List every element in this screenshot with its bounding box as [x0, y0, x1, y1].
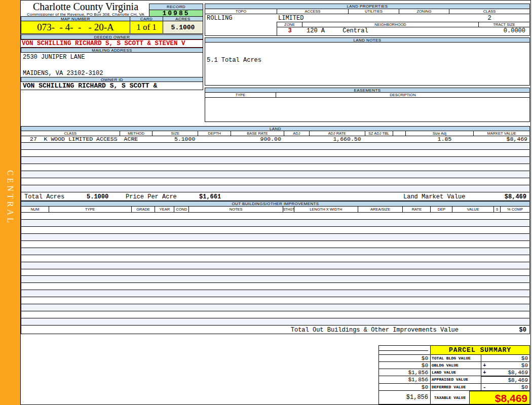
- empty-row: [21, 318, 529, 326]
- column-header: S: [494, 207, 501, 212]
- prior-deferred: $0: [379, 384, 431, 390]
- obldg-label: OBLDG VALUE: [431, 362, 481, 369]
- prior-land: $1,856: [379, 369, 431, 376]
- zone-label: ZONE: [277, 22, 302, 27]
- land-table-header: LAND: [21, 126, 530, 131]
- column-header: STHGT: [283, 207, 294, 212]
- column-header: METHOD: [120, 131, 153, 136]
- parcel-summary-title-row: PARCEL SUMMARY: [379, 346, 529, 355]
- total-bldg-label: TOTAL BLDG VALUE: [431, 355, 481, 361]
- prior-obldg: $0: [379, 362, 431, 369]
- column-header: ADJ RATE: [310, 131, 365, 136]
- acres-label: ACRES: [163, 16, 203, 21]
- appraised-label: APPRAISED VALUE: [431, 376, 481, 383]
- obldg-value: $0: [521, 362, 528, 369]
- prior-taxable: $1,856: [379, 391, 431, 404]
- record-box: RECORD 10985: [149, 4, 203, 17]
- land-notes-box: 5.1 Total Acres: [205, 43, 530, 86]
- land-blank: [393, 136, 405, 142]
- land-row: 27 K WOOD LIMITED ACCESS ACRE 5.1000 900…: [21, 136, 530, 143]
- land-market-value-total: $8,469: [505, 193, 526, 200]
- empty-row: [21, 241, 529, 248]
- total-acres-value: 5.1000: [87, 193, 108, 200]
- column-header: CLASS: [21, 131, 120, 136]
- map-number-section: MAP NUMBER 073- - 4- - - 20-A CARD 1 of …: [21, 16, 203, 34]
- column-header: NOTES: [189, 207, 283, 212]
- land-method: ACRE: [120, 136, 153, 142]
- column-header: ADJ: [284, 131, 310, 136]
- owner-id-label: OWNER ID: [21, 77, 203, 82]
- empty-row: [21, 171, 529, 178]
- appraised-value: $8,469: [508, 377, 528, 383]
- empty-row: [21, 150, 529, 157]
- topo-value: ROLLING: [207, 15, 232, 22]
- prior-total-bldg: $0: [379, 355, 431, 361]
- out-buildings-empty-rows: [21, 213, 530, 326]
- deeded-owner-label: DEEDED OWNER: [21, 34, 203, 39]
- class-value: 2: [449, 15, 529, 22]
- total-bldg-value: $0: [521, 355, 528, 361]
- empty-row: [21, 157, 529, 164]
- column-header: YEAR: [155, 207, 174, 212]
- easement-description-label: DESCRIPTION: [276, 93, 529, 97]
- total-acres-label: Total Acres: [24, 193, 64, 200]
- summary-row: $0 DEFERRED VALUE -$0: [379, 384, 529, 391]
- summary-row: $0 OBLDG VALUE +$0: [379, 362, 529, 369]
- neighborhood-value: 120 A Central: [302, 27, 479, 35]
- parcel-summary: PARCEL SUMMARY $0 TOTAL BLDG VALUE $0 $0…: [378, 345, 530, 404]
- parcel-summary-title: PARCEL SUMMARY: [431, 346, 529, 354]
- mailing-address-label: MAILING ADDRESS: [21, 48, 203, 53]
- empty-row: [21, 227, 529, 234]
- taxable-row: $1,856 TAXABLE VALUE $8,469: [379, 391, 529, 404]
- land-notes-header: LAND NOTES: [205, 37, 530, 43]
- empty-row: [21, 164, 529, 171]
- empty-row: [21, 283, 529, 290]
- summary-row: $1,856 LAND VALUE +$8,469: [379, 369, 529, 376]
- map-number-col: MAP NUMBER 073- - 4- - - 20-A: [21, 16, 130, 34]
- land-sz-adj-tbl: [365, 136, 393, 142]
- column-header: CLASS: [449, 9, 529, 14]
- out-buildings-header: OUT BUILDINGS/OTHER IMPROVEMENTS: [21, 201, 530, 207]
- land-adj-rate: 1,660.50: [310, 136, 365, 142]
- column-header: RATE: [403, 207, 431, 212]
- price-per-acre-value: $1,661: [199, 193, 221, 200]
- county-title: Charlotte County Virginia: [22, 2, 149, 12]
- card-label: CARD: [130, 16, 163, 21]
- column-header: NUM: [21, 207, 49, 212]
- deferred-value: $0: [521, 384, 528, 390]
- column-header: DEPTH: [198, 131, 231, 136]
- empty-row: [21, 304, 529, 311]
- column-header: Size Adj: [406, 131, 474, 136]
- neighborhood-code: 120 A: [302, 27, 325, 34]
- zone-columns: ZONE NEIGHBORHOOD TRACT SIZE: [277, 22, 529, 27]
- land-empty-rows: [21, 143, 530, 192]
- land-market-value-label: Land Market Value: [403, 193, 465, 200]
- district-label: CENTRAL: [6, 170, 15, 241]
- empty-row: [21, 311, 529, 318]
- out-buildings-columns: NUM TYPE GRADE YEAR COND NOTES STHGT LEN…: [21, 207, 530, 213]
- empty-row: [21, 213, 529, 220]
- column-header: SIZE: [153, 131, 198, 136]
- land-properties-section: LAND PROPERTIES TOPO ACCESS UTILITIES ZO…: [205, 4, 530, 36]
- column-header: VALUE: [452, 207, 494, 212]
- deeded-owner-value: VON SCHILLING RICHARD S, S SCOTT & STEVE…: [21, 39, 203, 48]
- land-note: 5.1 Total Acres: [205, 43, 529, 64]
- out-buildings-section: OUT BUILDINGS/OTHER IMPROVEMENTS NUM TYP…: [21, 201, 530, 334]
- land-properties-header: LAND PROPERTIES: [205, 4, 529, 9]
- acres-value: 5.1000: [163, 21, 203, 34]
- neighborhood-label: NEIGHBORHOOD: [302, 22, 479, 27]
- access-value: LIMITED: [278, 15, 303, 22]
- record-sheet: Charlotte County Virginia Commissioner o…: [20, 0, 531, 405]
- column-header: ZONING: [399, 9, 449, 14]
- zone-values: 3 120 A Central 0.0000: [277, 27, 529, 35]
- column-header: MARKET VALUE: [474, 131, 529, 136]
- mailing-address-box: 2530 JUNIPER LANE MAIDENS, VA 23102-3102: [21, 53, 203, 77]
- summary-row: $0 TOTAL BLDG VALUE $0: [379, 355, 529, 362]
- column-header: GRADE: [132, 207, 156, 212]
- land-size-adj: 1.85: [405, 136, 474, 142]
- empty-row: [21, 276, 529, 283]
- address-line2: MAIDENS, VA 23102-3102: [21, 61, 203, 77]
- empty-row: [21, 297, 529, 304]
- empty-row: [21, 269, 529, 276]
- land-depth: [198, 136, 231, 142]
